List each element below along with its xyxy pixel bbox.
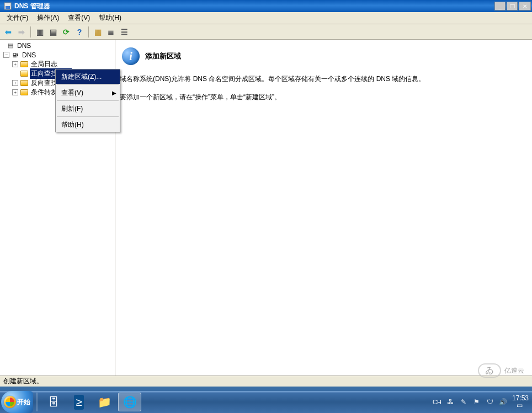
tree-root-dns[interactable]: DNS — [1, 41, 115, 50]
shield-icon[interactable]: 🛡 — [486, 398, 494, 406]
minimize-button[interactable]: _ — [494, 2, 506, 10]
clock-date-icon: ▭ — [512, 402, 529, 409]
toolbar-separator — [30, 26, 31, 37]
folder-icon — [20, 79, 29, 87]
menu-file[interactable]: 文件(F) — [2, 12, 33, 24]
content-pane: i 添加新区域 域名称系统(DNS)允许将 DNS 命名空间分成区域。每个区域存… — [115, 40, 532, 376]
menu-help[interactable]: 帮助(H) — [94, 12, 126, 24]
expand-icon[interactable]: + — [12, 89, 18, 95]
context-menu-item-2[interactable]: 查看(V)▶ — [56, 85, 120, 100]
clock[interactable]: 17:53 ▭ — [512, 395, 529, 409]
up-icon[interactable]: ▥ — [34, 26, 46, 38]
properties-icon[interactable]: ▤ — [47, 26, 59, 38]
expand-icon[interactable]: + — [12, 61, 18, 67]
menu-action[interactable]: 操作(A) — [33, 12, 63, 24]
watermark-text: 亿速云 — [504, 366, 524, 376]
tree-root-label: DNS — [16, 41, 32, 50]
detail-icon[interactable]: ☰ — [118, 26, 130, 38]
context-menu: 新建区域(Z)...查看(V)▶刷新(F)帮助(H) — [55, 69, 120, 132]
list-icon[interactable]: ≣ — [105, 26, 117, 38]
system-tray: CH 🖧 ✎ ⚑ 🛡 🔊 17:53 ▭ — [433, 395, 532, 409]
server-manager-icon[interactable]: 🗄 — [42, 393, 65, 411]
perf-icon[interactable]: ⚑ — [472, 398, 481, 406]
filter-icon[interactable]: ▦ — [92, 26, 104, 38]
start-label: 开始 — [17, 398, 30, 407]
window-buttons: _ ❐ ✕ — [494, 2, 531, 10]
powershell-icon[interactable]: ≥ — [67, 393, 91, 411]
content-body: 域名称系统(DNS)允许将 DNS 命名空间分成区域。每个区域存储有关一个或多个… — [120, 74, 528, 103]
toolbar: ⬅➡▥▤⟳?▦≣☰ — [0, 24, 532, 40]
menubar: 文件(F) 操作(A) 查看(V) 帮助(H) — [0, 12, 532, 24]
network-icon[interactable]: 🖧 — [446, 398, 455, 406]
window-title: DNS 管理器 — [14, 2, 494, 11]
context-menu-separator — [57, 116, 119, 117]
server-manager-icon-glyph: 🗄 — [46, 395, 61, 410]
watermark: ゐ 亿速云 — [478, 363, 524, 378]
forward-icon: ➡ — [15, 26, 28, 38]
svg-rect-1 — [6, 6, 10, 9]
start-button[interactable]: 开始 — [1, 391, 33, 413]
context-menu-label: 帮助(H) — [61, 120, 84, 130]
powershell-icon-glyph: ≥ — [74, 395, 84, 410]
tree-pane: DNS − DNS +全局日志正向查找区域+反向查找区域+条件转发器 新建区域(… — [0, 40, 115, 376]
speaker-icon[interactable]: 🔊 — [499, 398, 508, 406]
server-icon — [11, 51, 20, 58]
back-icon[interactable]: ⬅ — [2, 26, 14, 38]
desktop-strip — [0, 387, 532, 391]
help-icon[interactable]: ? — [73, 26, 86, 38]
start-orb-icon — [4, 396, 16, 408]
content-title: 添加新区域 — [145, 51, 181, 61]
tree-server-label: DNS — [21, 51, 37, 60]
close-button[interactable]: ✕ — [519, 2, 531, 10]
context-menu-label: 查看(V) — [61, 88, 83, 98]
tree-node-0[interactable]: +全局日志 — [1, 60, 115, 69]
feedback-icon[interactable]: ✎ — [459, 398, 468, 406]
dns-root-icon — [6, 42, 15, 49]
content-paragraph-1: 域名称系统(DNS)允许将 DNS 命名空间分成区域。每个区域存储有关一个或多个… — [120, 74, 528, 84]
context-menu-item-0[interactable]: 新建区域(Z)... — [56, 69, 120, 84]
context-menu-label: 刷新(F) — [61, 104, 83, 114]
watermark-icon: ゐ — [478, 363, 501, 378]
context-menu-separator — [57, 100, 119, 101]
content-header: i 添加新区域 — [122, 47, 528, 65]
taskbar: 开始 🗄≥📁🌐 CH 🖧 ✎ ⚑ 🛡 🔊 17:53 ▭ — [0, 391, 532, 413]
context-menu-item-4[interactable]: 刷新(F) — [56, 101, 120, 116]
app-icon — [3, 2, 12, 10]
explorer-icon[interactable]: 📁 — [93, 393, 116, 411]
folder-icon — [20, 70, 29, 77]
dns-manager-icon[interactable]: 🌐 — [118, 393, 141, 411]
crefresh-icon[interactable]: ⟳ — [60, 26, 72, 38]
submenu-arrow-icon: ▶ — [112, 90, 116, 96]
context-menu-label: 新建区域(Z)... — [61, 72, 102, 82]
folder-icon — [20, 89, 29, 96]
toolbar-separator — [88, 26, 89, 37]
statusbar: 创建新区域。 — [0, 376, 532, 387]
explorer-icon-glyph: 📁 — [95, 394, 114, 410]
menu-view[interactable]: 查看(V) — [63, 12, 94, 24]
expand-icon[interactable]: + — [12, 80, 18, 86]
taskbar-separator — [36, 393, 38, 411]
context-menu-item-6[interactable]: 帮助(H) — [56, 117, 120, 132]
folder-icon — [20, 61, 29, 68]
tree-server[interactable]: − DNS — [1, 50, 115, 60]
lang-indicator[interactable]: CH — [433, 399, 441, 405]
context-menu-separator — [57, 84, 119, 85]
dns-manager-icon-glyph: 🌐 — [121, 394, 139, 410]
titlebar: DNS 管理器 _ ❐ ✕ — [0, 0, 532, 12]
body-split: DNS − DNS +全局日志正向查找区域+反向查找区域+条件转发器 新建区域(… — [0, 40, 532, 376]
collapse-icon[interactable]: − — [3, 52, 9, 58]
status-text: 创建新区域。 — [3, 377, 43, 386]
content-paragraph-2: 要添加一个新区域，请在“操作”菜单，单击“新建区域”。 — [120, 92, 528, 103]
restore-button[interactable]: ❐ — [507, 2, 518, 10]
info-icon: i — [122, 47, 140, 65]
